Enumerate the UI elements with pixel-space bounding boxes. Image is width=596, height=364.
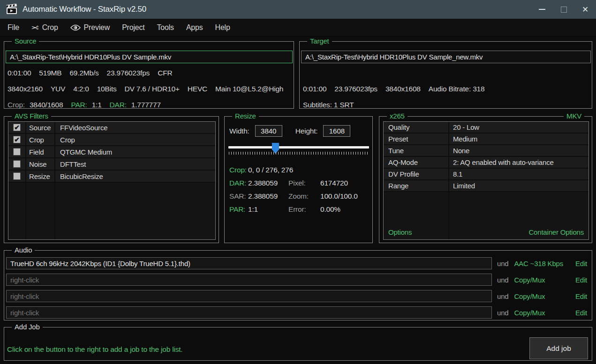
audio-track-1-codec-link[interactable]: AAC ~318 Kbps <box>514 260 575 267</box>
audio-track-2-input[interactable]: right-click <box>6 274 492 286</box>
resize-par-label: PAR: <box>229 205 248 214</box>
x265-preset-label: Preset <box>384 135 448 143</box>
filter-resize-checkbox[interactable] <box>8 172 25 180</box>
minimize-icon <box>539 9 545 10</box>
resize-error-label: Error: <box>288 205 320 214</box>
menu-help[interactable]: Help <box>209 19 236 36</box>
filter-row-crop[interactable]: ✔ Crop Crop <box>8 134 215 146</box>
x265-aqmode-row[interactable]: AQ-Mode 2: AQ enabled with auto-variance <box>384 157 588 169</box>
x265-range-label: Range <box>384 182 448 190</box>
target-group: Target 0:01:00 23.976023fps 3840x1608 Au… <box>299 41 592 109</box>
x265-quality-value[interactable]: 20 - Low <box>448 123 588 131</box>
source-chroma: 4:2:0 <box>73 85 89 93</box>
target-path-input[interactable] <box>301 51 591 63</box>
source-info-line-1: 0:01:00 519MB 69.2Mb/s 23.976023fps CFR <box>8 69 172 77</box>
source-par-value: 1:1 <box>92 101 102 109</box>
checkbox-icon <box>13 172 21 180</box>
height-input[interactable] <box>323 125 350 137</box>
close-button[interactable]: ✕ <box>574 0 596 19</box>
audio-track-3-codec-link[interactable]: Copy/Mux <box>514 292 575 300</box>
x265-preset-row[interactable]: Preset Medium <box>384 134 588 145</box>
x265-dvprofile-row[interactable]: DV Profile 8.1 <box>384 169 588 180</box>
target-resolution: 3840x1608 <box>385 85 421 93</box>
filter-noise-checkbox[interactable] <box>8 160 25 168</box>
close-icon: ✕ <box>582 5 588 15</box>
filter-row-field[interactable]: Field QTGMC Medium <box>8 146 215 158</box>
audio-track-1-input[interactable]: TrueHD 6ch 96kHz 2042Kbps (ID1 {Dolby Tr… <box>6 257 492 269</box>
audio-track-1-edit-link[interactable]: Edit <box>575 260 587 267</box>
options-link[interactable]: Options <box>388 228 412 236</box>
menu-file[interactable]: File <box>0 19 25 36</box>
audio-track-2-language[interactable]: und <box>497 276 508 284</box>
filter-resize-name[interactable]: BicubicResize <box>54 172 215 180</box>
filter-crop-name[interactable]: Crop <box>54 136 215 144</box>
width-input[interactable] <box>255 125 282 137</box>
menu-project[interactable]: Project <box>116 19 151 36</box>
audio-track-4-text: right-click <box>10 309 39 317</box>
filter-row-source[interactable]: ✔ Source FFVideoSource <box>8 122 215 134</box>
x265-panel: Quality 20 - Low Preset Medium Tune None… <box>383 121 589 240</box>
audio-track-4-edit-link[interactable]: Edit <box>575 309 587 317</box>
source-path-input[interactable] <box>6 51 293 63</box>
avs-column-divider-1 <box>25 122 26 239</box>
x265-quality-label: Quality <box>384 123 448 131</box>
x265-group: x265 MKV Quality 20 - Low Preset Medium … <box>379 116 592 243</box>
source-par-label: PAR: <box>71 101 87 109</box>
x265-range-row[interactable]: Range Limited <box>384 180 588 192</box>
audio-track-3-edit-link[interactable]: Edit <box>575 292 587 300</box>
audio-track-row-3: right-click und Copy/Mux Edit <box>6 290 589 302</box>
audio-track-row-4: right-click und Copy/Mux Edit <box>6 306 589 319</box>
target-subtitles: Subtitles: 1 SRT <box>303 101 354 109</box>
menu-project-label: Project <box>122 23 144 32</box>
filter-source-name[interactable]: FFVideoSource <box>54 124 215 132</box>
add-job-button[interactable]: Add job <box>529 337 588 359</box>
audio-track-4-codec-link[interactable]: Copy/Mux <box>514 309 575 317</box>
audio-track-3-language[interactable]: und <box>497 292 508 300</box>
x265-quality-row[interactable]: Quality 20 - Low <box>384 122 588 134</box>
audio-track-3-input[interactable]: right-click <box>6 290 492 302</box>
source-par-pair: PAR: 1:1 <box>71 101 101 109</box>
filter-row-resize[interactable]: Resize BicubicResize <box>8 171 215 183</box>
filter-field-name[interactable]: QTGMC Medium <box>54 148 215 156</box>
x265-range-value[interactable]: Limited <box>448 182 588 190</box>
filter-field-checkbox[interactable] <box>8 148 25 156</box>
menu-apps-label: Apps <box>186 23 203 32</box>
maximize-button[interactable] <box>553 0 574 19</box>
x265-tune-row[interactable]: Tune None <box>384 145 588 157</box>
avs-column-divider-2 <box>54 122 55 239</box>
target-group-title: Target <box>307 37 332 45</box>
minimize-button[interactable] <box>531 0 553 19</box>
container-options-link[interactable]: Container Options <box>528 228 584 236</box>
x265-preset-value[interactable]: Medium <box>448 135 588 143</box>
resize-group: Resize Width: Height: Crop: 0, 0 / 276, … <box>224 116 373 243</box>
filter-row-noise[interactable]: Noise DFTTest <box>8 158 215 171</box>
source-crop-pair: Crop: 3840/1608 <box>8 101 63 109</box>
filter-noise-name[interactable]: DFTTest <box>54 160 215 168</box>
audio-track-2-edit-link[interactable]: Edit <box>575 276 587 284</box>
x265-tune-value[interactable]: None <box>448 147 588 155</box>
audio-track-4-input[interactable]: right-click <box>6 306 492 319</box>
menu-tools[interactable]: Tools <box>151 19 180 36</box>
resize-sar-label: SAR: <box>229 192 248 201</box>
resize-zoom-label: Zoom: <box>288 192 320 201</box>
menu-crop[interactable]: ✂ Crop <box>25 19 64 36</box>
resize-sar-row: SAR: 2.388059 Zoom: 100.0/100.0 <box>229 190 358 203</box>
resize-crop-row: Crop: 0, 0 / 276, 276 <box>229 163 358 177</box>
source-profile: Main 10@L5.2@High <box>215 85 283 93</box>
filter-crop-checkbox[interactable]: ✔ <box>8 136 25 143</box>
menu-preview[interactable]: Preview <box>64 19 116 36</box>
x265-dvprofile-value[interactable]: 8.1 <box>448 170 588 178</box>
checkbox-icon: ✔ <box>13 136 21 143</box>
audio-track-1-language[interactable]: und <box>497 260 508 267</box>
x265-aqmode-label: AQ-Mode <box>384 158 448 166</box>
audio-track-4-language[interactable]: und <box>497 309 508 317</box>
target-info-line-1: 0:01:00 23.976023fps 3840x1608 Audio Bit… <box>303 85 484 93</box>
audio-track-2-codec-link[interactable]: Copy/Mux <box>514 276 575 284</box>
resize-slider-track[interactable] <box>228 146 369 149</box>
resize-pixel-value: 6174720 <box>320 179 348 187</box>
x265-aqmode-value[interactable]: 2: AQ enabled with auto-variance <box>448 158 588 166</box>
filter-source-checkbox[interactable]: ✔ <box>8 124 25 131</box>
menu-apps[interactable]: Apps <box>180 19 209 36</box>
add-job-group: Add Job Click on the button to the right… <box>4 327 592 361</box>
add-job-hint: Click on the button to the right to add … <box>7 345 182 354</box>
